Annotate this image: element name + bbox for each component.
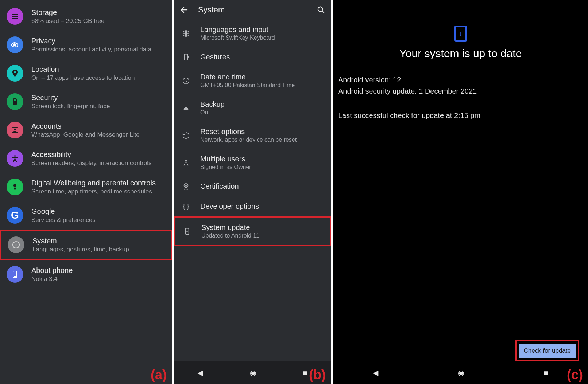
panel-label-b: (b)	[309, 367, 326, 383]
item-text: Gestures	[200, 53, 230, 61]
item-subtitle: Microsoft SwiftKey Keyboard	[200, 35, 275, 41]
item-title: Certification	[200, 182, 239, 191]
system-item-backup[interactable]: BackupOn	[174, 94, 331, 122]
reset-options-icon	[181, 132, 192, 140]
settings-item-about-phone[interactable]: About phoneNokia 3.4	[0, 260, 172, 289]
item-text: SystemLanguages, gestures, time, backup	[32, 237, 129, 253]
android-version-line: Android version: 12	[338, 76, 583, 84]
item-subtitle: Permissions, account activity, personal …	[31, 46, 151, 53]
settings-item-location[interactable]: LocationOn – 17 apps have access to loca…	[0, 59, 172, 87]
item-text: Date and timeGMT+05:00 Pakistan Standard…	[200, 73, 295, 89]
accounts-icon	[7, 122, 23, 138]
item-text: System updateUpdated to Android 11	[201, 223, 259, 239]
svg-rect-0	[12, 14, 18, 15]
system-item-system-update[interactable]: System updateUpdated to Android 11	[174, 216, 331, 246]
system-item-reset-options[interactable]: Reset optionsNetwork, apps or device can…	[174, 122, 331, 149]
system-list: Languages and inputMicrosoft SwiftKey Ke…	[174, 20, 331, 361]
settings-item-accounts[interactable]: AccountsWhatsApp, Google and Messenger L…	[0, 116, 172, 144]
svg-point-10	[13, 184, 16, 187]
backup-icon	[181, 104, 192, 112]
update-content: ↓ Your system is up to date Android vers…	[333, 0, 588, 361]
search-icon[interactable]	[317, 6, 325, 14]
svg-rect-1	[12, 16, 18, 17]
item-subtitle: Languages, gestures, time, backup	[32, 246, 129, 253]
svg-point-8	[14, 129, 16, 130]
svg-point-4	[16, 46, 18, 48]
settings-item-security[interactable]: SecurityScreen lock, fingerprint, face	[0, 87, 172, 116]
item-subtitle: 68% used – 20.25 GB free	[31, 17, 104, 25]
item-text: LocationOn – 17 apps have access to loca…	[31, 65, 135, 82]
item-title: Developer options	[200, 202, 259, 211]
item-text: Developer options	[200, 202, 259, 211]
download-icon: ↓	[454, 26, 467, 42]
item-text: Languages and inputMicrosoft SwiftKey Ke…	[200, 26, 275, 41]
settings-item-privacy[interactable]: PrivacyPermissions, account activity, pe…	[0, 31, 172, 59]
system-icon	[8, 236, 24, 253]
item-title: Backup	[200, 100, 225, 109]
check-for-update-button[interactable]: Check for update	[519, 344, 576, 358]
item-text: SecurityScreen lock, fingerprint, face	[31, 94, 110, 110]
gestures-icon	[181, 53, 192, 61]
nav-back-icon[interactable]: ◀	[373, 368, 378, 377]
system-item-developer-options[interactable]: { }Developer options	[174, 196, 331, 216]
nav-bar-c: ◀ ◉ ■	[333, 361, 588, 384]
security-icon	[7, 93, 23, 110]
system-item-date-and-time[interactable]: Date and timeGMT+05:00 Pakistan Standard…	[174, 67, 331, 94]
storage-icon	[7, 8, 23, 25]
nav-back-icon[interactable]: ◀	[197, 368, 203, 377]
developer-options-icon: { }	[181, 203, 192, 210]
item-title: Multiple users	[200, 155, 251, 163]
item-title: Gestures	[200, 53, 230, 61]
system-panel-b: System Languages and inputMicrosoft Swif…	[174, 0, 333, 384]
svg-point-3	[13, 44, 16, 46]
system-item-multiple-users[interactable]: Multiple usersSigned in as Owner	[174, 149, 331, 176]
item-title: System update	[201, 223, 259, 232]
item-title: Privacy	[31, 37, 151, 45]
item-text: AccessibilityScreen readers, display, in…	[31, 150, 151, 167]
item-subtitle: On	[200, 109, 225, 116]
date-and-time-icon	[181, 77, 192, 85]
item-subtitle: Signed in as Owner	[200, 164, 251, 171]
privacy-icon	[7, 36, 23, 53]
item-subtitle: Network, apps or device can be reset	[200, 137, 297, 143]
certification-icon	[181, 183, 192, 191]
update-panel-c: ↓ Your system is up to date Android vers…	[333, 0, 588, 384]
back-icon[interactable]	[180, 5, 189, 14]
update-heading: Your system is up to date	[338, 47, 583, 60]
settings-item-storage[interactable]: Storage68% used – 20.25 GB free	[0, 2, 172, 31]
languages-and-input-icon	[181, 30, 192, 38]
panel-label-a: (a)	[151, 367, 167, 383]
item-text: GoogleServices & preferences	[31, 207, 96, 224]
nav-recent-icon[interactable]: ■	[303, 369, 307, 377]
item-title: Languages and input	[200, 26, 275, 34]
nav-recent-icon[interactable]: ■	[544, 369, 548, 377]
item-text: Certification	[200, 182, 239, 191]
nav-home-icon[interactable]: ◉	[250, 368, 256, 377]
settings-item-system[interactable]: SystemLanguages, gestures, time, backup	[0, 230, 172, 260]
nav-home-icon[interactable]: ◉	[458, 368, 464, 377]
item-title: Security	[31, 94, 110, 102]
item-text: Storage68% used – 20.25 GB free	[31, 8, 104, 25]
settings-item-google[interactable]: GGoogleServices & preferences	[0, 201, 172, 230]
svg-rect-20	[184, 54, 187, 60]
item-title: Accounts	[31, 122, 140, 130]
system-update-icon	[182, 227, 193, 235]
settings-panel-a: Storage68% used – 20.25 GB freePrivacyPe…	[0, 0, 174, 384]
item-title: Date and time	[200, 73, 295, 81]
settings-item-accessibility[interactable]: AccessibilityScreen readers, display, in…	[0, 144, 172, 173]
svg-point-5	[14, 71, 16, 73]
svg-line-18	[322, 11, 324, 13]
item-subtitle: Screen time, app timers, bedtime schedul…	[31, 188, 156, 195]
item-text: Reset optionsNetwork, apps or device can…	[200, 128, 297, 143]
system-item-gestures[interactable]: Gestures	[174, 47, 331, 67]
item-text: About phoneNokia 3.4	[31, 266, 73, 283]
svg-rect-2	[12, 18, 18, 19]
system-item-languages-and-input[interactable]: Languages and inputMicrosoft SwiftKey Ke…	[174, 20, 331, 47]
google-icon: G	[7, 207, 23, 224]
last-check-line: Last successful check for update at 2:15…	[338, 111, 583, 120]
item-subtitle: Screen lock, fingerprint, face	[31, 103, 110, 110]
item-text: Multiple usersSigned in as Owner	[200, 155, 251, 171]
settings-item-digital-wellbeing-and-parental-controls[interactable]: Digital Wellbeing and parental controlsS…	[0, 173, 172, 201]
item-title: Digital Wellbeing and parental controls	[31, 179, 156, 187]
system-item-certification[interactable]: Certification	[174, 176, 331, 196]
